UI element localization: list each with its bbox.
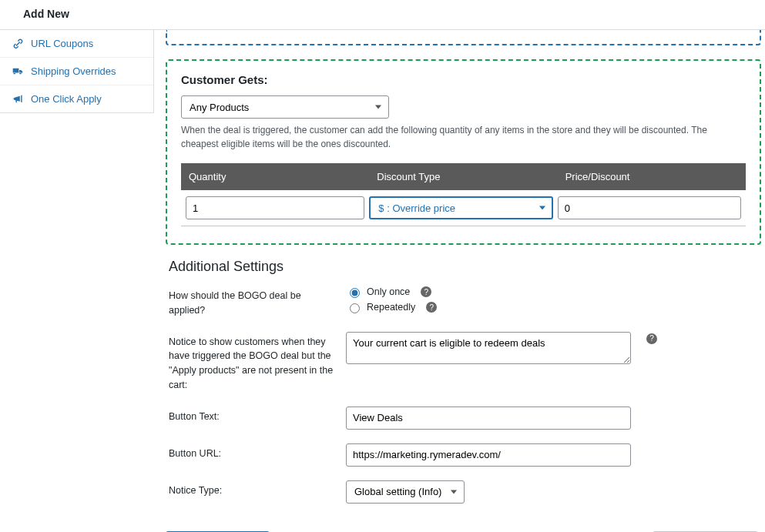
- apply-mode-label: How should the BOGO deal be applied?: [169, 286, 337, 318]
- apply-repeatedly-label: Repeatedly: [367, 302, 415, 313]
- truck-icon: [12, 66, 23, 77]
- notice-type-label: Notice Type:: [169, 480, 337, 498]
- sidebar-item-label: Shipping Overrides: [31, 65, 116, 77]
- sidebar-item-url-coupons[interactable]: URL Coupons: [0, 30, 153, 58]
- additional-settings: Additional Settings How should the BOGO …: [166, 259, 761, 508]
- button-url-label: Button URL:: [169, 443, 337, 461]
- customer-gets-title: Customer Gets:: [181, 73, 746, 86]
- price-discount-input[interactable]: [558, 196, 741, 219]
- megaphone-icon: [12, 94, 23, 105]
- page-title: Add New: [0, 0, 765, 30]
- sidebar-item-shipping-overrides[interactable]: Shipping Overrides: [0, 58, 153, 85]
- apply-only-once-radio[interactable]: [350, 288, 360, 298]
- help-icon[interactable]: ?: [426, 302, 437, 313]
- additional-settings-title: Additional Settings: [169, 259, 758, 275]
- notice-textarea[interactable]: Your current cart is eligible to redeem …: [346, 332, 631, 364]
- apply-repeatedly-radio[interactable]: [350, 303, 360, 313]
- button-url-input[interactable]: [346, 443, 631, 467]
- discount-type-select[interactable]: $ : Override price: [369, 196, 552, 219]
- notice-type-select[interactable]: Global setting (Info): [346, 480, 465, 504]
- notice-text-label: Notice to show customers when they have …: [169, 332, 337, 393]
- help-icon[interactable]: ?: [646, 333, 657, 344]
- button-text-input[interactable]: [346, 407, 631, 430]
- customer-gets-help-text: When the deal is triggered, the customer…: [181, 123, 746, 151]
- customer-buys-panel: [166, 30, 761, 45]
- col-price-discount: Price/Discount: [558, 163, 746, 190]
- table-row: $ : Override price: [181, 190, 746, 226]
- button-text-label: Button Text:: [169, 407, 337, 424]
- main-panel: Customer Gets: Any Products When the dea…: [158, 30, 765, 532]
- sidebar-item-one-click-apply[interactable]: One Click Apply: [0, 85, 153, 112]
- quantity-input[interactable]: [186, 196, 364, 219]
- link-icon: [12, 38, 23, 49]
- sidebar-item-label: One Click Apply: [31, 93, 102, 105]
- help-icon[interactable]: ?: [421, 286, 431, 297]
- col-quantity: Quantity: [181, 163, 369, 190]
- discount-table: Quantity Discount Type Price/Discount: [181, 163, 746, 226]
- col-discount-type: Discount Type: [369, 163, 557, 190]
- customer-gets-panel: Customer Gets: Any Products When the dea…: [166, 59, 761, 245]
- sidebar: URL Coupons Shipping Overrides One Click…: [0, 30, 154, 113]
- sidebar-item-label: URL Coupons: [31, 38, 93, 49]
- customer-gets-select[interactable]: Any Products: [181, 95, 389, 119]
- apply-only-once-label: Only once: [367, 286, 410, 297]
